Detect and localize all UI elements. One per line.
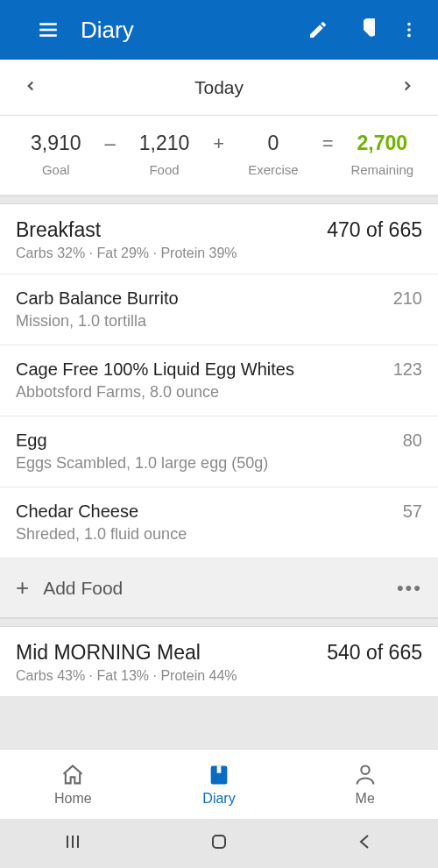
food-calories: 80 bbox=[403, 430, 422, 451]
minus-sign: – bbox=[102, 132, 119, 155]
person-icon bbox=[352, 763, 378, 787]
summary-exercise: 0 Exercise bbox=[228, 132, 319, 177]
summary-food: 1,210 Food bbox=[119, 132, 210, 177]
next-day-button[interactable] bbox=[399, 78, 415, 97]
home-button[interactable] bbox=[208, 831, 230, 856]
food-name: Carb Balance Burrito bbox=[16, 288, 179, 309]
tab-label: Me bbox=[356, 791, 375, 807]
system-nav-bar bbox=[0, 819, 438, 868]
tab-me[interactable]: Me bbox=[292, 750, 438, 819]
meal-header-breakfast[interactable]: Breakfast Carbs 32% · Fat 29% · Protein … bbox=[0, 204, 438, 274]
goal-value: 3,910 bbox=[11, 132, 102, 155]
food-details: Eggs Scambled, 1.0 large egg (50g) bbox=[16, 454, 268, 473]
tab-label: Diary bbox=[202, 791, 235, 807]
food-calories: 210 bbox=[393, 288, 422, 309]
diary-icon bbox=[206, 763, 232, 787]
food-name: Cage Free 100% Liquid Egg Whites bbox=[16, 359, 294, 380]
summary-remaining: 2,700 Remaining bbox=[337, 132, 428, 177]
svg-rect-12 bbox=[213, 836, 225, 848]
svg-rect-7 bbox=[217, 765, 222, 772]
current-date-label[interactable]: Today bbox=[194, 77, 244, 98]
remaining-value: 2,700 bbox=[337, 132, 428, 155]
svg-point-8 bbox=[361, 765, 369, 773]
tab-diary[interactable]: Diary bbox=[146, 750, 293, 819]
food-name: Egg bbox=[16, 430, 268, 451]
food-calories: 57 bbox=[403, 502, 422, 522]
meal-name: Mid MORNING Meal bbox=[16, 641, 237, 665]
edit-icon[interactable] bbox=[305, 17, 331, 43]
meal-header-mid-morning[interactable]: Mid MORNING Meal Carbs 43% · Fat 13% · P… bbox=[0, 627, 438, 697]
food-item[interactable]: Egg Eggs Scambled, 1.0 large egg (50g) 8… bbox=[0, 416, 438, 487]
food-value: 1,210 bbox=[119, 132, 210, 155]
bottom-nav: Home Diary Me bbox=[0, 749, 438, 819]
food-details: Mission, 1.0 tortilla bbox=[16, 312, 179, 331]
meal-totals: 470 of 665 bbox=[327, 218, 422, 242]
more-vert-icon[interactable] bbox=[396, 17, 422, 43]
meal-macros: Carbs 43% · Fat 13% · Protein 44% bbox=[16, 668, 237, 684]
food-item[interactable]: Cage Free 100% Liquid Egg Whites Abbotsf… bbox=[0, 345, 438, 416]
meal-macros: Carbs 32% · Fat 29% · Protein 39% bbox=[16, 245, 237, 261]
food-calories: 123 bbox=[393, 359, 422, 380]
back-button[interactable] bbox=[355, 831, 376, 856]
menu-icon[interactable] bbox=[35, 17, 61, 43]
tab-label: Home bbox=[54, 791, 92, 807]
meal-name: Breakfast bbox=[16, 218, 237, 242]
equals-sign: = bbox=[319, 132, 337, 155]
food-label: Food bbox=[119, 162, 210, 177]
meal-list: Breakfast Carbs 32% · Fat 29% · Protein … bbox=[0, 204, 438, 749]
food-item[interactable]: Carb Balance Burrito Mission, 1.0 tortil… bbox=[0, 274, 438, 345]
add-food-row: + Add Food ••• bbox=[0, 559, 438, 618]
food-item[interactable]: Chedar Cheese Shreded, 1.0 fluid ounce 5… bbox=[0, 487, 438, 559]
svg-point-4 bbox=[407, 28, 411, 32]
tab-home[interactable]: Home bbox=[0, 750, 146, 819]
remaining-label: Remaining bbox=[337, 162, 428, 177]
exercise-label: Exercise bbox=[228, 162, 319, 177]
goal-label: Goal bbox=[11, 162, 102, 177]
summary-goal: 3,910 Goal bbox=[11, 132, 102, 177]
recents-button[interactable] bbox=[62, 831, 83, 856]
meal-totals: 540 of 665 bbox=[327, 641, 422, 665]
section-divider bbox=[0, 196, 438, 204]
food-name: Chedar Cheese bbox=[16, 502, 187, 522]
food-details: Shreded, 1.0 fluid ounce bbox=[16, 525, 187, 544]
svg-point-3 bbox=[407, 23, 411, 26]
prev-day-button[interactable] bbox=[23, 78, 39, 97]
plus-icon: + bbox=[16, 574, 29, 601]
add-food-label: Add Food bbox=[43, 578, 123, 599]
plus-sign: + bbox=[209, 132, 228, 155]
section-divider bbox=[0, 618, 438, 627]
add-food-button[interactable]: + Add Food bbox=[16, 574, 123, 601]
app-title: Diary bbox=[81, 17, 134, 44]
app-bar: Diary bbox=[0, 0, 438, 60]
meal-more-icon[interactable]: ••• bbox=[397, 577, 422, 600]
svg-point-5 bbox=[407, 34, 411, 38]
home-icon bbox=[60, 763, 86, 787]
exercise-value: 0 bbox=[228, 132, 319, 155]
food-details: Abbotsford Farms, 8.0 ounce bbox=[16, 383, 294, 402]
date-navigator: Today bbox=[0, 60, 438, 116]
calorie-summary: 3,910 Goal – 1,210 Food + 0 Exercise = 2… bbox=[0, 116, 438, 196]
pie-chart-icon[interactable] bbox=[350, 17, 377, 43]
